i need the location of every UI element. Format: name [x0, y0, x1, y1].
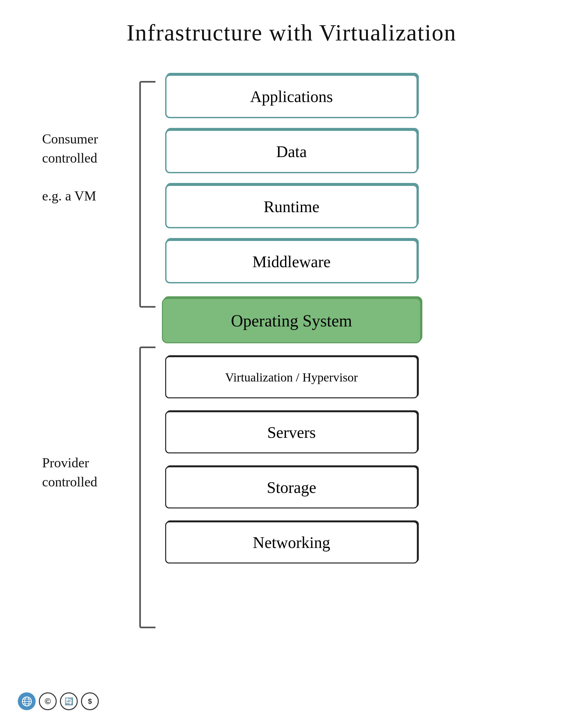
- runtime-layer: Runtime: [165, 185, 418, 228]
- nc-icon: $: [81, 693, 99, 710]
- footer-icons: © 🔄 $: [18, 693, 99, 710]
- page: Infrastructure with Virtualization Consu…: [0, 0, 583, 728]
- cc-icon: ©: [39, 693, 57, 710]
- middleware-layer: Middleware: [165, 240, 418, 283]
- servers-layer: Servers: [165, 411, 418, 453]
- operating-system-layer: Operating System: [162, 298, 421, 343]
- sa-icon: 🔄: [60, 693, 78, 710]
- consumer-bracket: [139, 81, 155, 308]
- provider-label: Provider controlled: [42, 453, 97, 492]
- data-layer: Data: [165, 130, 418, 173]
- storage-layer: Storage: [165, 466, 418, 509]
- virtualization-layer: Virtualization / Hypervisor: [165, 356, 418, 398]
- consumer-label: Consumer controlled e.g. a VM: [42, 130, 98, 206]
- applications-layer: Applications: [165, 75, 418, 118]
- globe-icon: [18, 693, 35, 710]
- provider-bracket: [139, 346, 155, 628]
- page-title: Infrastructure with Virtualization: [0, 0, 583, 46]
- networking-layer: Networking: [165, 521, 418, 564]
